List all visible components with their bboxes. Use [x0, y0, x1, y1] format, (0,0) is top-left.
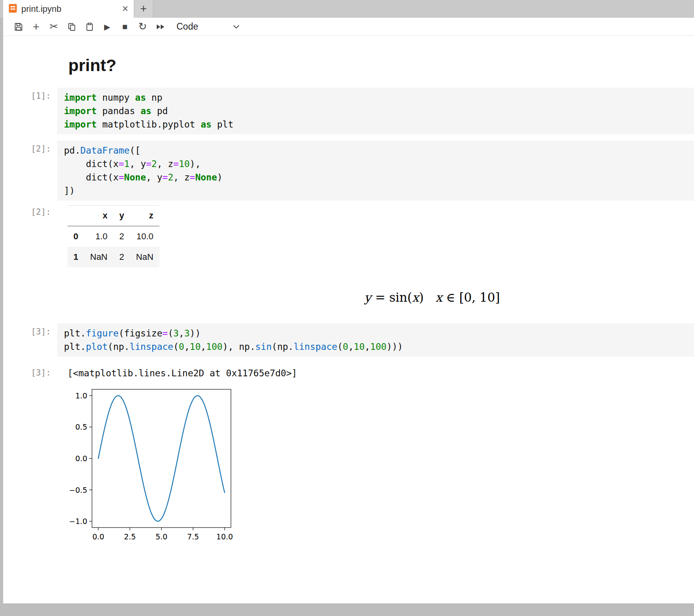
svg-text:−1.0: −1.0 — [69, 517, 87, 526]
main-window: + ✂ ▶ ■ ↻ — [3, 18, 694, 603]
code-editor-3[interactable]: plt.figure(figsize=(3,3)) plt.plot(np.li… — [57, 323, 694, 357]
code-cell-1[interactable]: [1]: import numpy as np import pandas as… — [3, 88, 694, 134]
scissors-icon: ✂ — [50, 21, 58, 33]
chevron-down-icon — [233, 25, 240, 29]
table-row: 0 1.0 2 10.0 — [68, 226, 159, 247]
cell-prompt: [1]: — [3, 88, 57, 101]
output-prompt: [3]: — [3, 364, 57, 377]
df-cell: 1.0 — [84, 226, 113, 247]
run-all-button[interactable] — [152, 19, 169, 34]
output-area-df: [2]: x y z 0 1.0 — [3, 204, 694, 267]
df-col-header-y: y — [113, 206, 130, 226]
df-col-header-x: x — [84, 206, 113, 226]
table-row: 1 NaN 2 NaN — [68, 247, 159, 267]
save-button[interactable] — [9, 19, 27, 34]
svg-text:0.5: 0.5 — [75, 423, 87, 431]
svg-text:0.0: 0.0 — [92, 532, 104, 541]
restart-kernel-button[interactable]: ↻ — [134, 19, 152, 34]
df-cell: 2 — [113, 226, 130, 247]
svg-text:10.0: 10.0 — [216, 532, 233, 541]
markdown-heading: print? — [68, 56, 694, 75]
code-editor-1[interactable]: import numpy as np import pandas as pd i… — [57, 88, 694, 134]
insert-cell-button[interactable]: + — [27, 19, 45, 34]
output-prompt: [2]: — [3, 204, 57, 217]
notebook-icon — [9, 4, 17, 15]
svg-text:1.0: 1.0 — [75, 391, 87, 400]
df-cell: 10.0 — [130, 226, 159, 247]
df-corner — [68, 206, 84, 226]
play-icon: ▶ — [104, 22, 110, 32]
tab-title: print.ipynb — [21, 4, 62, 14]
notebook-panel: print? [1]: import numpy as np import pa… — [3, 56, 694, 545]
svg-text:−0.5: −0.5 — [69, 486, 87, 494]
text-output: [<matplotlib.lines.Line2D at 0x11765e7d0… — [68, 364, 694, 378]
df-cell: NaN — [130, 247, 159, 267]
code-editor-2[interactable]: pd.DataFrame([ dict(x=1, y=2, z=10), dic… — [57, 141, 694, 201]
new-tab-button[interactable]: + — [134, 0, 153, 18]
run-button[interactable]: ▶ — [98, 19, 116, 34]
svg-text:7.5: 7.5 — [187, 532, 199, 541]
df-index: 0 — [68, 226, 84, 247]
copy-cells-button[interactable] — [63, 19, 81, 34]
cut-cells-button[interactable]: ✂ — [45, 19, 63, 34]
restart-icon: ↻ — [139, 21, 147, 33]
cell-type-select[interactable]: Code — [176, 21, 240, 32]
stop-icon: ■ — [122, 22, 128, 32]
markdown-math-cell[interactable]: y = sin(x) x ∈ [0, 10] — [57, 290, 694, 304]
df-index: 1 — [68, 247, 84, 267]
dataframe-output: x y z 0 1.0 2 10.0 1 — [68, 205, 159, 267]
matplotlib-figure: 0.02.55.07.510.0−1.0−0.50.00.51.0 — [68, 385, 694, 545]
paste-cells-button[interactable] — [81, 19, 98, 34]
code-cell-2[interactable]: [2]: pd.DataFrame([ dict(x=1, y=2, z=10)… — [3, 141, 694, 201]
close-icon[interactable]: × — [122, 4, 128, 14]
stop-button[interactable]: ■ — [116, 19, 134, 34]
df-col-header-z: z — [130, 206, 159, 226]
cell-prompt: [2]: — [3, 141, 57, 154]
svg-text:2.5: 2.5 — [124, 532, 136, 541]
tab-bar: print.ipynb × + — [0, 0, 694, 18]
code-cell-3[interactable]: [3]: plt.figure(figsize=(3,3)) plt.plot(… — [3, 323, 694, 357]
df-cell: 2 — [113, 247, 130, 267]
cell-prompt: [3]: — [3, 323, 57, 336]
svg-text:0.0: 0.0 — [75, 454, 87, 463]
df-cell: NaN — [84, 247, 113, 267]
fast-forward-icon — [156, 24, 165, 30]
cell-type-label: Code — [176, 21, 198, 32]
output-area-plot: [3]: [<matplotlib.lines.Line2D at 0x1176… — [3, 364, 694, 545]
notebook-toolbar: + ✂ ▶ ■ ↻ — [3, 18, 694, 36]
tab-print-ipynb[interactable]: print.ipynb × — [3, 0, 134, 18]
svg-text:5.0: 5.0 — [156, 532, 167, 541]
